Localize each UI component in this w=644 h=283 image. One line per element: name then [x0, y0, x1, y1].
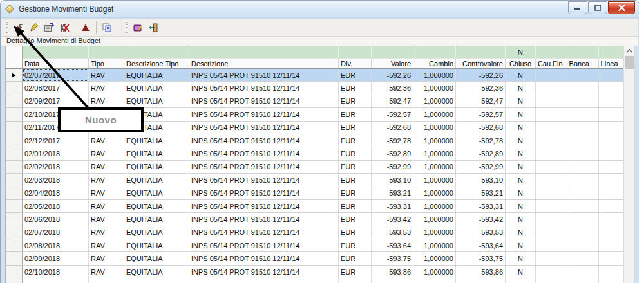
cell-tipo[interactable]: RAV	[89, 160, 124, 173]
cell-tipo[interactable]: RAV	[89, 69, 124, 82]
cell-valore[interactable]: -593,10	[372, 174, 413, 187]
cell-desc_tipo[interactable]: EQUITALIA	[124, 160, 189, 173]
cell-cambio[interactable]: 1,000000	[413, 199, 456, 212]
cell-data[interactable]: 02/10/2018	[23, 265, 89, 278]
cell-valore[interactable]: -592,68	[372, 121, 413, 134]
cell-controvalore[interactable]: -593,86	[456, 265, 506, 278]
table-row[interactable]: 02/01/2018RAVEQUITALIAINPS 05/14 PROT 91…	[6, 147, 630, 160]
cell-desc_tipo[interactable]: EQUITALIA	[124, 199, 189, 212]
cell-tipo[interactable]: RAV	[89, 265, 124, 278]
cell-tipo[interactable]: RAV	[89, 187, 124, 199]
cell-valore[interactable]: -592,89	[372, 147, 413, 160]
cell-descrizione[interactable]: INPS 05/14 PROT 91510 12/11/14	[189, 95, 339, 107]
cell-valore[interactable]: -592,57	[372, 108, 413, 121]
cell-descrizione[interactable]: INPS 05/14 PROT 91510 12/11/14	[189, 239, 339, 252]
cell-valore[interactable]: -593,42	[372, 213, 413, 226]
minimize-button[interactable]	[568, 1, 587, 14]
cell-chiuso[interactable]: N	[506, 226, 536, 239]
cell-desc_tipo[interactable]: EQUITALIA	[124, 147, 189, 160]
column-header-descrizione[interactable]: Descrizione	[189, 59, 339, 69]
cell-caufin[interactable]	[536, 134, 567, 147]
cell-banca[interactable]	[567, 187, 598, 199]
row-selector[interactable]	[6, 239, 23, 252]
cell-valore[interactable]: -592,26	[372, 69, 413, 82]
filter-cell-banca[interactable]	[567, 46, 598, 59]
cell-controvalore[interactable]: -592,89	[456, 147, 506, 160]
cell-tipo[interactable]: RAV	[89, 95, 124, 107]
cell-chiuso[interactable]: N	[506, 239, 536, 252]
cell-linea[interactable]	[598, 95, 625, 107]
filter-cell-desc_tipo[interactable]	[124, 46, 189, 59]
cell-cambio[interactable]: 1,000000	[413, 108, 456, 121]
row-selector[interactable]	[6, 265, 23, 278]
cell-div[interactable]: EUR	[339, 239, 372, 252]
cell-linea[interactable]	[598, 213, 625, 226]
filter-cell-data[interactable]	[23, 46, 89, 59]
cell-banca[interactable]	[567, 69, 598, 82]
cell-linea[interactable]	[598, 147, 625, 160]
cell-banca[interactable]	[567, 147, 598, 160]
cell-linea[interactable]	[598, 82, 625, 95]
cell-data[interactable]: 02/07/2018	[23, 226, 89, 239]
table-row[interactable]: 02/06/2018RAVEQUITALIAINPS 05/14 PROT 91…	[6, 213, 630, 226]
cell-banca[interactable]	[567, 134, 598, 147]
table-row[interactable]: ▶02/07/2017RAVEQUITALIAINPS 05/14 PROT 9…	[6, 69, 630, 82]
cell-descrizione[interactable]: INPS 05/14 PROT 91510 12/11/14	[189, 199, 339, 212]
cell-cambio[interactable]: 1,000000	[413, 187, 456, 199]
table-row[interactable]: 02/12/2017RAVEQUITALIAINPS 05/14 PROT 91…	[6, 134, 630, 147]
column-header-desc_tipo[interactable]: Descrizione Tipo	[124, 59, 189, 69]
cell-chiuso[interactable]: N	[506, 108, 536, 121]
cell-desc_tipo[interactable]: EQUITALIA	[124, 187, 189, 199]
cell-controvalore[interactable]: -592,26	[456, 69, 506, 82]
cell-banca[interactable]	[567, 226, 598, 239]
cell-chiuso[interactable]: N	[506, 174, 536, 187]
cell-data[interactable]: 02/09/2017	[23, 95, 89, 107]
filter-cell-div[interactable]	[339, 46, 372, 59]
cell-banca[interactable]	[567, 82, 598, 95]
cell-banca[interactable]	[567, 199, 598, 212]
cell-descrizione[interactable]: INPS 05/14 PROT 91510 12/11/14	[189, 69, 339, 82]
cell-desc_tipo[interactable]: EQUITALIA	[124, 134, 189, 147]
cell-cambio[interactable]: 1,000000	[413, 82, 456, 95]
toolbar-gripper[interactable]	[5, 21, 8, 34]
cell-descrizione[interactable]: INPS 05/14 PROT 91510 12/11/14	[189, 226, 339, 239]
cell-controvalore[interactable]: -593,75	[456, 252, 506, 265]
cell-cambio[interactable]: 1,000000	[413, 95, 456, 107]
cell-linea[interactable]	[598, 108, 625, 121]
cell-tipo[interactable]: RAV	[89, 174, 124, 187]
cell-cambio[interactable]: 1,000000	[413, 147, 456, 160]
new-record-button[interactable]	[10, 20, 26, 35]
cell-valore[interactable]: -593,64	[372, 239, 413, 252]
cell-div[interactable]: EUR	[339, 252, 372, 265]
cell-div[interactable]: EUR	[339, 95, 372, 107]
cell-controvalore[interactable]: -592,47	[456, 95, 506, 107]
cell-linea[interactable]	[598, 252, 625, 265]
cell-caufin[interactable]	[536, 121, 567, 134]
cell-chiuso[interactable]: N	[506, 69, 536, 82]
cell-linea[interactable]	[598, 187, 625, 199]
cell-caufin[interactable]	[536, 160, 567, 173]
row-selector[interactable]	[6, 147, 23, 160]
cell-div[interactable]: EUR	[339, 69, 372, 82]
cell-valore[interactable]: -593,53	[372, 226, 413, 239]
cell-caufin[interactable]	[536, 82, 567, 95]
close-button[interactable]	[608, 1, 635, 14]
cell-chiuso[interactable]: N	[506, 187, 536, 199]
cell-chiuso[interactable]: N	[506, 213, 536, 226]
cell-div[interactable]: EUR	[339, 147, 372, 160]
cell-data[interactable]: 02/05/2018	[23, 199, 89, 212]
cell-tipo[interactable]: RAV	[89, 134, 124, 147]
cell-div[interactable]: EUR	[339, 174, 372, 187]
row-selector[interactable]	[6, 252, 23, 265]
cell-data[interactable]: 02/02/2018	[23, 160, 89, 173]
copy-button[interactable]	[99, 20, 115, 35]
row-selector[interactable]: ▶	[6, 69, 23, 82]
cell-descrizione[interactable]: INPS 05/14 PROT 91510 12/11/14	[189, 160, 339, 173]
cell-banca[interactable]	[567, 95, 598, 107]
cell-data[interactable]: 02/07/2017	[23, 69, 89, 82]
cell-cambio[interactable]: 1,000000	[413, 239, 456, 252]
cell-cambio[interactable]: 1,000000	[413, 252, 456, 265]
help-button[interactable]	[130, 20, 146, 35]
cell-caufin[interactable]	[536, 174, 567, 187]
cell-descrizione[interactable]: INPS 05/14 PROT 91510 12/11/14	[189, 121, 339, 134]
